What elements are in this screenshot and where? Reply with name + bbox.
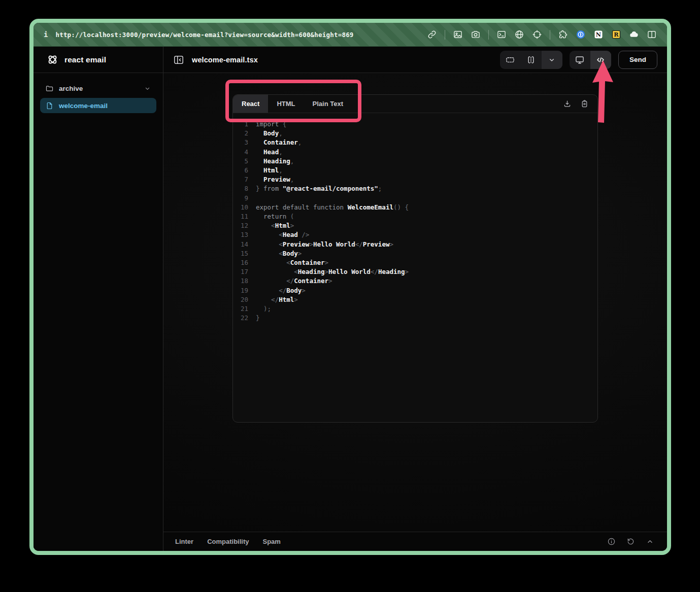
code-line: 21 ); <box>233 304 597 314</box>
refresh-icon[interactable] <box>626 537 635 546</box>
chevron-down-icon <box>144 85 151 92</box>
info-icon: i <box>44 30 48 39</box>
browser-titlebar: i http://localhost:3000/preview/welcome-… <box>34 23 667 47</box>
link-icon[interactable] <box>427 29 437 40</box>
tab-html[interactable]: HTML <box>268 95 304 113</box>
sidebar-item-archive[interactable]: archive <box>40 81 156 96</box>
camera-icon[interactable] <box>471 29 481 40</box>
code-tabs: ReactHTMLPlain Text <box>233 95 352 113</box>
code-line: 16 <Container> <box>233 258 597 267</box>
file-icon <box>45 101 54 110</box>
code-line: 3 Container, <box>233 138 597 147</box>
viewport-size-group <box>500 51 562 69</box>
globe-icon[interactable] <box>514 29 524 40</box>
line-number: 10 <box>233 203 248 212</box>
page-title: welcome-email.tsx <box>192 56 258 64</box>
code-line: 9 <box>233 194 597 203</box>
download-icon[interactable] <box>563 99 572 108</box>
code-panel-tabbar: ReactHTMLPlain Text <box>233 95 597 113</box>
browser-window: i http://localhost:3000/preview/welcome-… <box>29 19 671 555</box>
crosshair-icon[interactable] <box>532 29 542 40</box>
sidebar: react email archivewelcome-email <box>34 47 163 551</box>
line-number: 20 <box>233 295 248 304</box>
monitor-icon <box>575 55 585 65</box>
code-line: 13 <Head /> <box>233 230 597 239</box>
code-content: 1import {2 Body,3 Container,4 Head,5 Hea… <box>233 113 597 422</box>
sidebar-item-label: welcome-email <box>59 102 108 110</box>
view-mode-group <box>570 51 611 69</box>
code-line: 12 <Html> <box>233 221 597 230</box>
svg-text:R: R <box>614 31 619 38</box>
source-code-button[interactable] <box>590 51 611 69</box>
copy-clipboard-icon[interactable] <box>580 99 589 108</box>
code-line: 15 <Body> <box>233 249 597 258</box>
browser-toolbar-icons: NR <box>427 29 657 40</box>
status-tab-spam[interactable]: Spam <box>262 538 280 545</box>
viewport-height-button[interactable] <box>521 51 542 69</box>
code-panel: ReactHTMLPlain Text <box>232 94 598 423</box>
app-logo[interactable]: react email <box>34 47 163 73</box>
extension-icon[interactable] <box>558 29 568 40</box>
line-number: 2 <box>233 129 248 138</box>
line-number: 1 <box>233 120 248 129</box>
toolbar-separator <box>445 30 445 40</box>
code-line: 10export default function WelcomeEmail()… <box>233 203 597 212</box>
terminal-icon[interactable] <box>496 29 507 40</box>
onepassword-icon[interactable] <box>576 29 586 40</box>
code-line: 7 Preview, <box>233 175 597 184</box>
line-number: 17 <box>233 267 248 276</box>
line-number: 19 <box>233 286 248 295</box>
code-line: 4 Head, <box>233 148 597 157</box>
collapse-sidebar-icon[interactable] <box>173 54 184 65</box>
preview-area: ReactHTMLPlain Text <box>163 73 667 532</box>
line-number: 22 <box>233 314 248 323</box>
main-header: welcome-email.tsx <box>163 47 667 73</box>
line-number: 11 <box>233 212 248 221</box>
status-tab-linter[interactable]: Linter <box>175 538 193 545</box>
folder-icon <box>45 84 54 93</box>
send-button[interactable]: Send <box>618 51 657 69</box>
notion-icon[interactable]: N <box>593 29 604 40</box>
toolbar-separator <box>550 30 550 40</box>
code-line: 14 <Preview>Hello World</Preview> <box>233 240 597 249</box>
line-number: 16 <box>233 258 248 267</box>
cloud-icon[interactable] <box>629 29 639 40</box>
line-number: 9 <box>233 194 248 203</box>
code-line: 1import { <box>233 120 597 129</box>
viewport-dropdown-button[interactable] <box>542 51 562 69</box>
code-line: 19 </Body> <box>233 286 597 295</box>
line-number: 13 <box>233 230 248 239</box>
sidebar-item-welcome-email[interactable]: welcome-email <box>40 98 156 113</box>
status-bar-icons <box>607 537 654 546</box>
chevron-down-icon <box>548 56 556 64</box>
svg-text:N: N <box>596 31 601 38</box>
code-line: 5 Heading, <box>233 157 597 166</box>
code-line: 2 Body, <box>233 129 597 138</box>
tab-plain-text[interactable]: Plain Text <box>304 95 352 113</box>
sidebar-item-label: archive <box>59 85 83 92</box>
info-circle-icon[interactable] <box>607 537 616 546</box>
header-actions: Send <box>500 51 657 69</box>
split-view-icon[interactable] <box>647 29 657 40</box>
r-badge-icon[interactable]: R <box>611 29 621 40</box>
status-bar: LinterCompatibilitySpam <box>163 532 667 551</box>
line-number: 7 <box>233 175 248 184</box>
code-line: 20 </Html> <box>233 295 597 304</box>
code-line: 11 return ( <box>233 212 597 221</box>
tab-react[interactable]: React <box>233 95 268 113</box>
desktop-preview-button[interactable] <box>570 51 590 69</box>
viewport-width-button[interactable] <box>500 51 521 69</box>
chevron-up-icon[interactable] <box>646 537 654 546</box>
address-bar-url[interactable]: http://localhost:3000/preview/welcome-em… <box>55 31 353 39</box>
code-icon <box>595 55 606 65</box>
status-tabs: LinterCompatibilitySpam <box>175 538 281 545</box>
app-body: react email archivewelcome-email welcome… <box>34 47 667 551</box>
screenshot-icon[interactable] <box>453 29 463 40</box>
line-number: 4 <box>233 148 248 157</box>
status-tab-compatibility[interactable]: Compatibility <box>207 538 249 545</box>
viewport-height-icon <box>526 55 536 65</box>
code-line: 17 <Heading>Hello World</Heading> <box>233 267 597 276</box>
line-number: 15 <box>233 249 248 258</box>
line-number: 14 <box>233 240 248 249</box>
viewport-width-icon <box>505 55 515 65</box>
